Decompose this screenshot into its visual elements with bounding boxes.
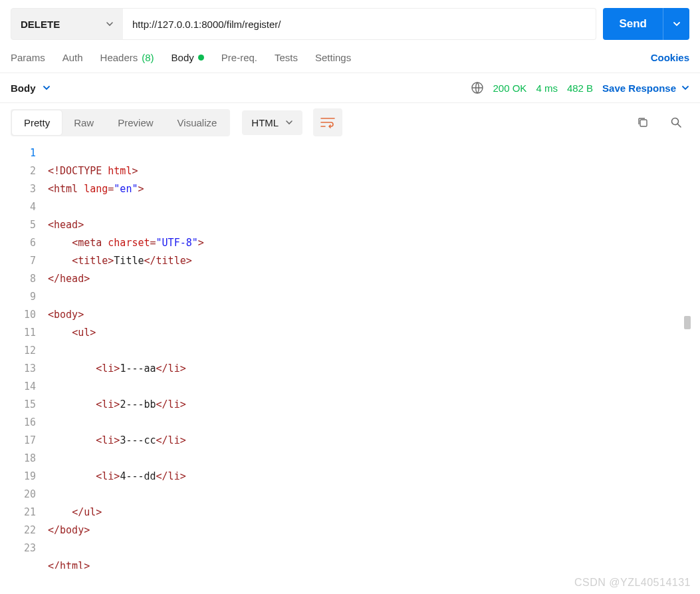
view-tab-visualize[interactable]: Visualize [166,110,229,135]
chevron-down-icon [43,84,51,92]
watermark-text: CSDN @YZL40514131 [574,577,691,589]
save-response-button[interactable]: Save Response [602,82,689,94]
http-method-select[interactable]: DELETE [11,8,124,40]
view-mode-tabs: Pretty Raw Preview Visualize [11,109,230,136]
copy-button[interactable] [630,109,656,136]
response-section-select[interactable]: Body [11,82,51,94]
chevron-down-icon [106,20,114,28]
url-input[interactable] [123,8,596,40]
tab-auth[interactable]: Auth [62,52,83,63]
send-button[interactable]: Send [603,8,663,40]
word-wrap-button[interactable] [313,108,342,136]
tab-prereq[interactable]: Pre-req. [221,52,257,63]
body-modified-indicator [198,55,204,61]
code-content: <!DOCTYPE html> <html lang="en"> <head> … [48,143,700,569]
svg-rect-1 [640,120,647,126]
chevron-down-icon [681,84,689,92]
send-options-button[interactable] [663,8,689,40]
format-select[interactable]: HTML [242,110,302,135]
chevron-down-icon [285,118,293,126]
response-body-viewer[interactable]: 1234567891011121314151617181920212223 <!… [0,143,700,569]
tab-headers[interactable]: Headers (8) [100,52,154,63]
tab-settings[interactable]: Settings [315,52,351,63]
view-tab-pretty[interactable]: Pretty [12,110,62,135]
wrap-icon [320,116,335,128]
response-time: 4 ms [536,82,558,94]
copy-icon [637,116,649,128]
tab-tests[interactable]: Tests [275,52,298,63]
view-tab-raw[interactable]: Raw [62,110,106,135]
status-code: 200 OK [493,82,527,94]
response-size: 482 B [567,82,593,94]
tab-params[interactable]: Params [11,52,45,63]
http-method-value: DELETE [21,19,60,30]
line-number-gutter: 1234567891011121314151617181920212223 [11,143,48,569]
scrollbar-thumb[interactable] [684,316,691,329]
cookies-link[interactable]: Cookies [651,52,689,63]
globe-icon[interactable] [471,81,484,94]
search-button[interactable] [663,109,689,136]
headers-count-badge: (8) [142,52,154,63]
tab-body[interactable]: Body [172,52,204,63]
chevron-down-icon [673,20,681,28]
search-icon [670,116,682,128]
view-tab-preview[interactable]: Preview [106,110,165,135]
